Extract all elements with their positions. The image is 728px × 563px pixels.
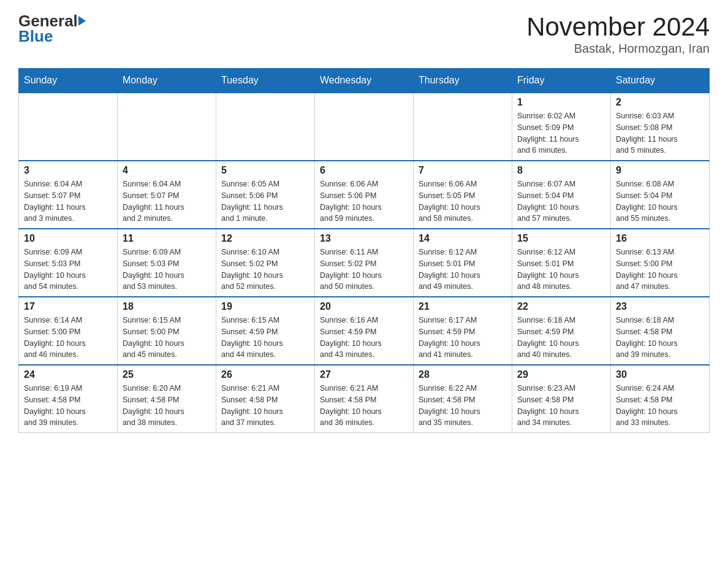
day-info: Sunrise: 6:09 AMSunset: 5:03 PMDaylight:… [123,247,211,293]
calendar-cell: 11Sunrise: 6:09 AMSunset: 5:03 PMDayligh… [118,229,216,297]
day-info: Sunrise: 6:12 AMSunset: 5:01 PMDaylight:… [517,247,605,293]
page-header: General Blue November 2024 Bastak, Hormo… [18,12,710,56]
calendar-cell: 16Sunrise: 6:13 AMSunset: 5:00 PMDayligh… [611,229,710,297]
calendar-cell: 6Sunrise: 6:06 AMSunset: 5:06 PMDaylight… [315,161,414,229]
day-number: 17 [24,301,112,312]
day-info: Sunrise: 6:13 AMSunset: 5:00 PMDaylight:… [616,247,704,293]
day-info: Sunrise: 6:16 AMSunset: 4:59 PMDaylight:… [320,315,408,361]
calendar-cell: 23Sunrise: 6:18 AMSunset: 4:58 PMDayligh… [611,297,710,365]
calendar-cell: 21Sunrise: 6:17 AMSunset: 4:59 PMDayligh… [414,297,512,365]
day-number: 7 [419,165,507,176]
calendar-cell: 5Sunrise: 6:05 AMSunset: 5:06 PMDaylight… [216,161,315,229]
calendar-cell: 26Sunrise: 6:21 AMSunset: 4:58 PMDayligh… [216,365,315,433]
calendar-cell: 22Sunrise: 6:18 AMSunset: 4:59 PMDayligh… [512,297,611,365]
calendar-cell: 10Sunrise: 6:09 AMSunset: 5:03 PMDayligh… [19,229,118,297]
day-number: 3 [24,165,112,176]
calendar-table: SundayMondayTuesdayWednesdayThursdayFrid… [18,68,710,433]
calendar-cell: 20Sunrise: 6:16 AMSunset: 4:59 PMDayligh… [315,297,414,365]
day-info: Sunrise: 6:02 AMSunset: 5:09 PMDaylight:… [517,110,605,156]
day-number: 27 [320,369,408,380]
day-number: 1 [517,97,605,108]
title-block: November 2024 Bastak, Hormozgan, Iran [526,12,710,56]
day-info: Sunrise: 6:04 AMSunset: 5:07 PMDaylight:… [24,178,112,224]
weekday-header-saturday: Saturday [611,69,710,93]
day-info: Sunrise: 6:15 AMSunset: 4:59 PMDaylight:… [221,315,309,361]
calendar-cell: 27Sunrise: 6:21 AMSunset: 4:58 PMDayligh… [315,365,414,433]
calendar-cell: 17Sunrise: 6:14 AMSunset: 5:00 PMDayligh… [19,297,118,365]
day-number: 15 [517,233,605,244]
calendar-cell: 25Sunrise: 6:20 AMSunset: 4:58 PMDayligh… [118,365,216,433]
calendar-cell: 1Sunrise: 6:02 AMSunset: 5:09 PMDaylight… [512,93,611,161]
day-number: 29 [517,369,605,380]
day-number: 22 [517,301,605,312]
calendar-cell: 18Sunrise: 6:15 AMSunset: 5:00 PMDayligh… [118,297,216,365]
day-info: Sunrise: 6:08 AMSunset: 5:04 PMDaylight:… [616,178,704,224]
day-info: Sunrise: 6:23 AMSunset: 4:58 PMDaylight:… [517,383,605,429]
calendar-cell: 19Sunrise: 6:15 AMSunset: 4:59 PMDayligh… [216,297,315,365]
day-info: Sunrise: 6:15 AMSunset: 5:00 PMDaylight:… [123,315,211,361]
day-number: 23 [616,301,704,312]
logo-triangle-icon [78,16,86,26]
calendar-week-5: 24Sunrise: 6:19 AMSunset: 4:58 PMDayligh… [19,365,710,433]
day-info: Sunrise: 6:10 AMSunset: 5:02 PMDaylight:… [221,247,309,293]
calendar-cell: 8Sunrise: 6:07 AMSunset: 5:04 PMDaylight… [512,161,611,229]
day-number: 30 [616,369,704,380]
logo: General Blue [18,12,86,45]
calendar-cell: 12Sunrise: 6:10 AMSunset: 5:02 PMDayligh… [216,229,315,297]
day-number: 19 [221,301,309,312]
calendar-cell [19,93,118,161]
weekday-header-friday: Friday [512,69,611,93]
calendar-cell [118,93,216,161]
day-number: 25 [123,369,211,380]
day-info: Sunrise: 6:03 AMSunset: 5:08 PMDaylight:… [616,110,704,156]
day-number: 14 [419,233,507,244]
day-info: Sunrise: 6:21 AMSunset: 4:58 PMDaylight:… [221,383,309,429]
calendar-title: November 2024 [526,12,710,42]
day-number: 6 [320,165,408,176]
day-number: 9 [616,165,704,176]
day-number: 18 [123,301,211,312]
day-info: Sunrise: 6:05 AMSunset: 5:06 PMDaylight:… [221,178,309,224]
day-number: 11 [123,233,211,244]
day-info: Sunrise: 6:06 AMSunset: 5:05 PMDaylight:… [419,178,507,224]
weekday-header-tuesday: Tuesday [216,69,315,93]
calendar-week-1: 1Sunrise: 6:02 AMSunset: 5:09 PMDaylight… [19,93,710,161]
day-number: 20 [320,301,408,312]
calendar-week-4: 17Sunrise: 6:14 AMSunset: 5:00 PMDayligh… [19,297,710,365]
day-number: 28 [419,369,507,380]
day-info: Sunrise: 6:17 AMSunset: 4:59 PMDaylight:… [419,315,507,361]
day-number: 12 [221,233,309,244]
day-info: Sunrise: 6:06 AMSunset: 5:06 PMDaylight:… [320,178,408,224]
calendar-cell: 7Sunrise: 6:06 AMSunset: 5:05 PMDaylight… [414,161,512,229]
day-info: Sunrise: 6:14 AMSunset: 5:00 PMDaylight:… [24,315,112,361]
calendar-cell: 15Sunrise: 6:12 AMSunset: 5:01 PMDayligh… [512,229,611,297]
day-number: 13 [320,233,408,244]
weekday-header-sunday: Sunday [19,69,118,93]
day-number: 21 [419,301,507,312]
day-info: Sunrise: 6:09 AMSunset: 5:03 PMDaylight:… [24,247,112,293]
day-info: Sunrise: 6:18 AMSunset: 4:58 PMDaylight:… [616,315,704,361]
day-info: Sunrise: 6:07 AMSunset: 5:04 PMDaylight:… [517,178,605,224]
day-number: 26 [221,369,309,380]
weekday-header-monday: Monday [118,69,216,93]
day-info: Sunrise: 6:21 AMSunset: 4:58 PMDaylight:… [320,383,408,429]
calendar-cell: 28Sunrise: 6:22 AMSunset: 4:58 PMDayligh… [414,365,512,433]
calendar-week-3: 10Sunrise: 6:09 AMSunset: 5:03 PMDayligh… [19,229,710,297]
calendar-cell: 4Sunrise: 6:04 AMSunset: 5:07 PMDaylight… [118,161,216,229]
day-info: Sunrise: 6:22 AMSunset: 4:58 PMDaylight:… [419,383,507,429]
day-info: Sunrise: 6:11 AMSunset: 5:02 PMDaylight:… [320,247,408,293]
weekday-header-thursday: Thursday [414,69,512,93]
logo-blue: Blue [18,28,86,45]
calendar-cell: 9Sunrise: 6:08 AMSunset: 5:04 PMDaylight… [611,161,710,229]
day-info: Sunrise: 6:12 AMSunset: 5:01 PMDaylight:… [419,247,507,293]
day-info: Sunrise: 6:20 AMSunset: 4:58 PMDaylight:… [123,383,211,429]
day-number: 16 [616,233,704,244]
day-number: 8 [517,165,605,176]
calendar-cell [414,93,512,161]
calendar-cell: 29Sunrise: 6:23 AMSunset: 4:58 PMDayligh… [512,365,611,433]
day-info: Sunrise: 6:04 AMSunset: 5:07 PMDaylight:… [123,178,211,224]
calendar-cell: 30Sunrise: 6:24 AMSunset: 4:58 PMDayligh… [611,365,710,433]
calendar-cell [216,93,315,161]
calendar-cell [315,93,414,161]
calendar-cell: 14Sunrise: 6:12 AMSunset: 5:01 PMDayligh… [414,229,512,297]
